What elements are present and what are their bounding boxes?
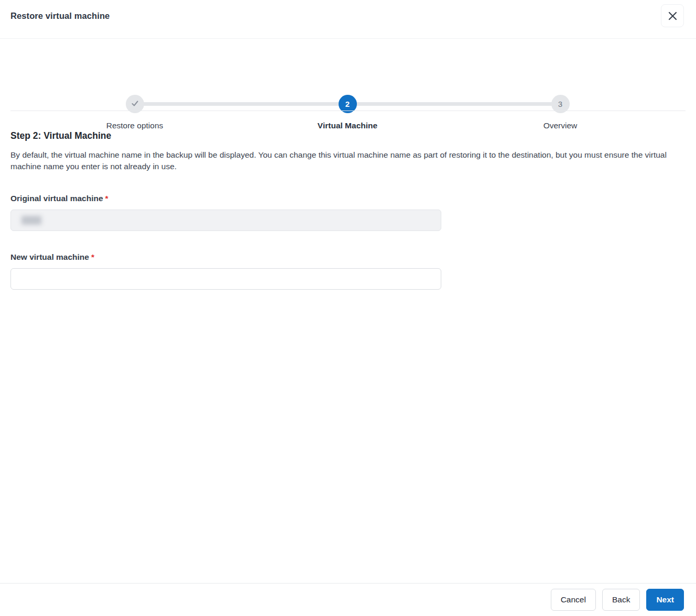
stepper-step-overview: 3 Overview	[503, 39, 618, 130]
check-icon	[130, 99, 139, 109]
original-vm-input	[10, 210, 441, 231]
step-label-virtual-machine: Virtual Machine	[290, 121, 405, 130]
dialog-header: Restore virtual machine	[0, 0, 696, 39]
next-button[interactable]: Next	[646, 589, 684, 611]
stepper-divider	[10, 111, 686, 111]
required-asterisk: *	[91, 252, 94, 261]
dialog-footer: Cancel Back Next	[0, 583, 696, 616]
step-description: By default, the virtual machine name in …	[10, 149, 675, 172]
step-content: Step 2: Virtual Machine By default, the …	[0, 130, 696, 290]
redacted-value	[21, 216, 41, 225]
step-label-overview: Overview	[503, 121, 618, 130]
close-button[interactable]	[661, 4, 684, 27]
back-button[interactable]: Back	[602, 589, 640, 611]
close-icon	[668, 12, 677, 20]
restore-vm-dialog: Restore virtual machine Restore options	[0, 0, 696, 616]
original-vm-label: Original virtual machine*	[10, 194, 686, 203]
new-vm-input[interactable]	[10, 268, 441, 290]
step-heading: Step 2: Virtual Machine	[10, 130, 686, 141]
dialog-title: Restore virtual machine	[10, 11, 110, 21]
stepper-step-virtual-machine: 2 Virtual Machine	[290, 39, 405, 130]
wizard-stepper: Restore options 2 Virtual Machine 3 Over…	[0, 39, 696, 111]
step-label-restore-options: Restore options	[77, 121, 192, 130]
cancel-button[interactable]: Cancel	[551, 589, 596, 611]
new-vm-label: New virtual machine*	[10, 252, 686, 262]
required-asterisk: *	[105, 194, 108, 203]
stepper-step-restore-options: Restore options	[77, 39, 192, 130]
